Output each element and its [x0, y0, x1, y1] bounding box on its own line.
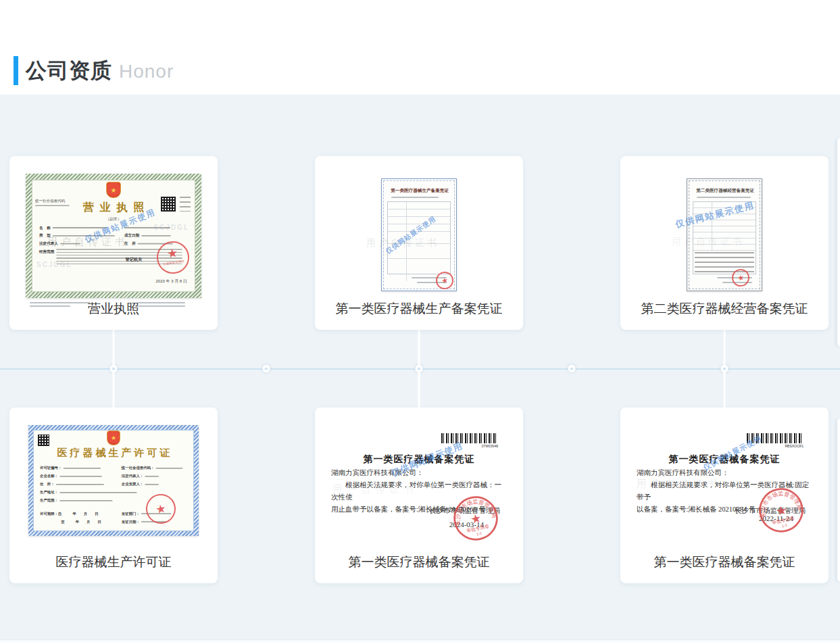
text-line: [391, 197, 439, 198]
certificate-label: 第二类医疗器械经营备案凭证: [620, 300, 829, 318]
section-bottom-edge: [0, 639, 840, 642]
field-label: 企业负责人：: [122, 482, 143, 487]
text-line: [145, 484, 159, 485]
field-label: 名 称: [39, 225, 51, 230]
field-label: 企业名称：: [40, 474, 58, 479]
timeline-connector: [113, 330, 115, 366]
timeline-connector: [724, 330, 726, 366]
field-label: 发证部门：: [122, 511, 140, 516]
timeline-node: [568, 365, 576, 372]
field-label: 法定代表人：: [122, 474, 143, 479]
timeline-connector: [418, 330, 420, 366]
seal-star-icon: ★: [166, 247, 178, 260]
seal-star-icon: ★: [737, 273, 745, 282]
text-line: [53, 227, 107, 228]
section-header: 公司资质Honor: [0, 0, 840, 95]
certificate-table: [387, 201, 451, 274]
section-title: 公司资质Honor: [26, 57, 174, 85]
certificate-title: 第二类医疗器械经营备案凭证: [687, 187, 763, 193]
text-line: [60, 243, 80, 245]
qualifications-page: 公司资质Honor ★ 统一社会信用代码: [0, 0, 840, 642]
field-label: 成立日期: [124, 233, 139, 239]
table-row: [388, 232, 450, 244]
text-line: [64, 468, 101, 469]
text-line: [156, 468, 183, 469]
certificate-label: 营业执照: [9, 300, 218, 318]
seal-star-icon: ★: [441, 276, 449, 285]
text-line: [59, 500, 112, 501]
certificate-title: 第一类医疗器械备案凭证: [620, 453, 829, 466]
seal-banner-text: 行政审批专用章: [163, 260, 184, 267]
qr-code: [161, 197, 176, 212]
field-label: 住 所：: [40, 482, 55, 487]
section-title-en: Honor: [119, 61, 174, 82]
copy-note: （副本）: [65, 216, 162, 222]
text-line: [180, 197, 191, 212]
certificate-title: 第一类医疗器械备案凭证: [315, 453, 523, 466]
field-label: 许可证编号：: [40, 466, 61, 471]
field-label: 许可期限：自 年 月 日: [40, 511, 98, 516]
table-row: [693, 239, 756, 245]
table-row: [388, 244, 450, 259]
barcode-text: RBSXOCR1: [775, 444, 804, 448]
field-label: 生产范围：: [40, 498, 58, 503]
section-title-zh: 公司资质: [26, 59, 112, 82]
certificate-card-production-filing[interactable]: 第一类医疗器械生产备案凭证 ★ 仅供网站展示使用 用户自传证书 第一类医疗器械生…: [315, 156, 523, 330]
next-card-sliver[interactable]: [837, 139, 840, 346]
field-label: 法定代表人: [39, 241, 58, 247]
seal-star-icon: ★: [774, 503, 788, 518]
certificate-label: 第一类医疗器械备案凭证: [315, 553, 523, 571]
business-license-image: ★ 统一社会信用代码 营业执照 （副本） 名 称: [26, 174, 201, 298]
certificate-table: [693, 201, 756, 274]
text-line: [124, 227, 170, 228]
seal-star-icon: ★: [469, 511, 483, 526]
field-label: 至 年 月 日: [61, 519, 101, 524]
timeline-connector: [113, 371, 115, 408]
seal-index-text: 1-3: [781, 523, 787, 528]
body-line: 湖南力宾医疗科技有限公司：: [331, 467, 508, 479]
field-label: 类 型: [39, 233, 51, 239]
certificate-title: 医疗器械生产许可证: [34, 447, 193, 460]
official-seal: 长沙市市场监督管理局 ★ 审批专用章 1-3: [754, 483, 809, 538]
table-row: [693, 245, 756, 251]
body-line: 湖南力宾医疗科技有限公司：: [637, 467, 814, 479]
certificate-title: 第一类医疗器械生产备案凭证: [382, 187, 458, 193]
barcode: [441, 433, 498, 443]
certificate-label: 第一类医疗器械生产备案凭证: [315, 300, 523, 318]
timeline-connector: [724, 371, 726, 408]
certificates-section: ★ 统一社会信用代码 营业执照 （副本） 名 称: [0, 95, 840, 642]
certificate-card-business-license[interactable]: ★ 统一社会信用代码 营业执照 （副本） 名 称: [9, 156, 218, 330]
text-line: [59, 492, 137, 493]
certificate-label: 医疗器械生产许可证: [9, 553, 218, 571]
seal-index-text: 1-3: [476, 531, 482, 537]
qr-code: [38, 435, 49, 446]
table-row: [388, 202, 450, 209]
table-row: [693, 226, 756, 232]
certificate-card-operation-filing[interactable]: 第二类医疗器械经营备案凭证 ★ 仅供网站展示使用 用户自传: [620, 156, 829, 330]
national-emblem-icon: ★: [106, 182, 121, 198]
table-row: [693, 232, 756, 239]
issue-date: 2023 年 3 月 8 日: [155, 278, 187, 284]
certificate-card-filing-b[interactable]: RBSXOCR1 第一类医疗器械备案凭证 湖南力宾医疗科技有限公司： 根据相关法…: [620, 408, 829, 583]
text-line: [145, 476, 159, 477]
text-line: [53, 235, 115, 237]
production-license-image: ★ 医疗器械生产许可证 许可证编号： 统一社会信用代码： 企业名称： 法定代表人…: [28, 425, 199, 536]
table-row: [693, 214, 756, 220]
accent-bar: [14, 56, 18, 85]
table-row: [693, 208, 756, 214]
certificate-card-filing-a[interactable]: 07MION48 第一类医疗器械备案凭证 湖南力宾医疗科技有限公司： 根据相关法…: [315, 408, 523, 583]
text-line: [141, 235, 170, 237]
next-card-sliver[interactable]: [837, 419, 840, 581]
table-row: [388, 224, 450, 232]
field-label: 统一社会信用代码：: [122, 466, 155, 471]
certificate-card-production-license[interactable]: ★ 医疗器械生产许可证 许可证编号： 统一社会信用代码： 企业名称： 法定代表人…: [9, 408, 218, 583]
seal-star-icon: ★: [155, 502, 167, 515]
certificate-label: 第一类医疗器械备案凭证: [620, 553, 829, 571]
text-line: [59, 476, 101, 477]
barcode: [747, 433, 804, 443]
text-line: [56, 484, 104, 485]
field-label: 住 所: [124, 241, 136, 247]
table-row: [388, 217, 450, 224]
barcode-text: 07MION48: [470, 444, 498, 448]
operation-filing-image: 第二类医疗器械经营备案凭证 ★: [687, 178, 762, 291]
